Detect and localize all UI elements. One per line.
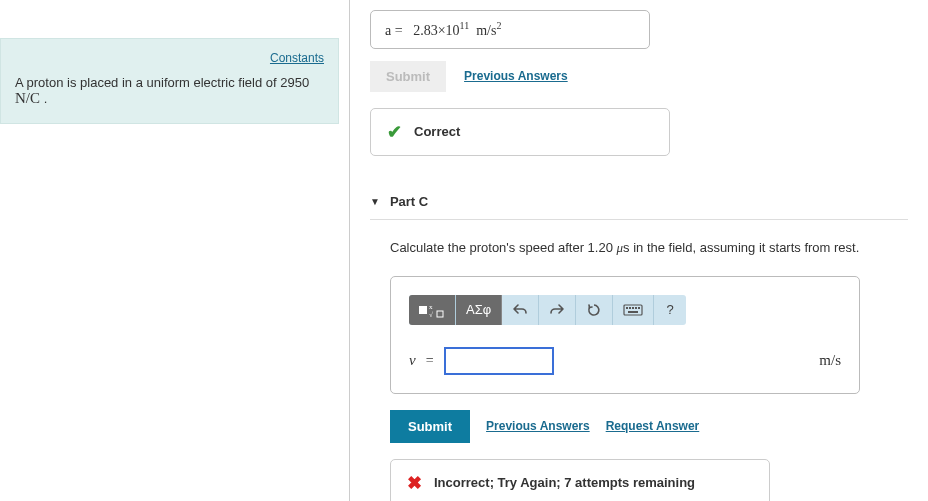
problem-text: A proton is placed in a uniform electric… <box>15 75 324 107</box>
svg-rect-7 <box>635 307 637 309</box>
input-eq: = <box>426 353 434 369</box>
incorrect-text: Incorrect; Try Again; 7 attempts remaini… <box>434 475 695 490</box>
question-suffix: in the field, assuming it starts from re… <box>630 240 860 255</box>
part-c-question: Calculate the proton's speed after 1.20 … <box>390 240 908 256</box>
problem-text-prefix: A proton is placed in a uniform electric… <box>15 75 309 90</box>
constants-link[interactable]: Constants <box>15 51 324 65</box>
prev-value: 2.83×10 <box>413 23 459 38</box>
x-icon: ✖ <box>407 472 422 494</box>
part-c-title: Part C <box>390 194 428 209</box>
answer-input[interactable] <box>444 347 554 375</box>
problem-unit: N/C <box>15 90 40 106</box>
answer-frame: x√ ΑΣφ ? v = <box>390 276 860 394</box>
collapse-icon: ▼ <box>370 196 380 207</box>
svg-rect-3 <box>624 305 642 315</box>
svg-rect-2 <box>437 311 443 317</box>
previous-answer-box: a = 2.83×1011 m/s2 <box>370 10 650 49</box>
submit-button-disabled: Submit <box>370 61 446 92</box>
problem-statement-box: Constants A proton is placed in a unifor… <box>0 38 339 124</box>
previous-answers-link[interactable]: Previous Answers <box>464 69 568 83</box>
greek-button[interactable]: ΑΣφ <box>456 295 502 325</box>
undo-button[interactable] <box>502 295 539 325</box>
svg-text:x: x <box>429 303 433 311</box>
reset-button[interactable] <box>576 295 613 325</box>
problem-text-suffix: . <box>40 91 47 106</box>
request-answer-link[interactable]: Request Answer <box>606 419 700 433</box>
input-unit: m/s <box>819 352 841 369</box>
redo-button[interactable] <box>539 295 576 325</box>
prev-exp: 11 <box>460 20 470 31</box>
prev-var: a <box>385 23 391 38</box>
svg-rect-8 <box>638 307 640 309</box>
svg-rect-4 <box>626 307 628 309</box>
svg-text:√: √ <box>429 311 433 318</box>
check-icon: ✔ <box>387 121 402 143</box>
svg-rect-5 <box>629 307 631 309</box>
question-prefix: Calculate the proton's speed after 1.20 <box>390 240 617 255</box>
input-var: v <box>409 352 416 369</box>
prev-eq: = <box>395 23 403 38</box>
prev-unit-exp: 2 <box>496 20 501 31</box>
previous-answers-link-c[interactable]: Previous Answers <box>486 419 590 433</box>
incorrect-feedback-box: ✖ Incorrect; Try Again; 7 attempts remai… <box>390 459 770 501</box>
prev-unit: m/s <box>476 23 496 38</box>
equation-toolbar: x√ ΑΣφ ? <box>409 295 686 325</box>
submit-button[interactable]: Submit <box>390 410 470 443</box>
correct-text: Correct <box>414 124 460 139</box>
part-c-header[interactable]: ▼ Part C <box>370 186 908 220</box>
svg-rect-6 <box>632 307 634 309</box>
keyboard-button[interactable] <box>613 295 654 325</box>
help-button[interactable]: ? <box>654 295 686 325</box>
svg-rect-9 <box>628 311 638 313</box>
templates-button[interactable]: x√ <box>409 295 456 325</box>
correct-feedback-box: ✔ Correct <box>370 108 670 156</box>
